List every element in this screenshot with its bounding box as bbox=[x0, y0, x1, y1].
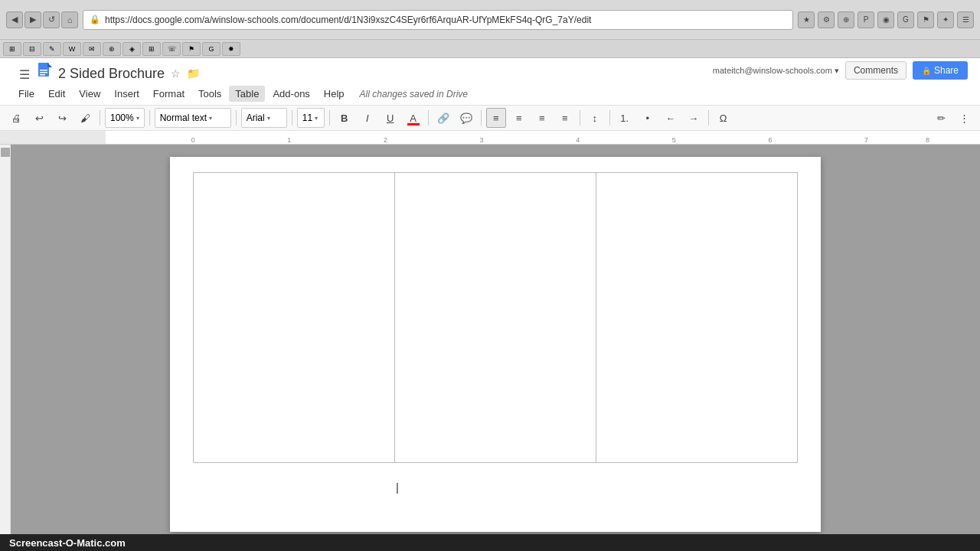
separator-2 bbox=[149, 110, 150, 126]
back-button[interactable]: ◀ bbox=[6, 11, 23, 28]
doc-table[interactable] bbox=[193, 172, 798, 463]
paint-format-button[interactable]: 🖌 bbox=[75, 108, 95, 128]
home-button[interactable]: ⌂ bbox=[61, 11, 78, 28]
edit-mode-button[interactable]: ✏ bbox=[931, 108, 951, 128]
separator-9 bbox=[609, 110, 610, 126]
browser-toolbar-strip: ⊞ ⊟ ✎ W ✉ ⊛ ◈ ⊞ ☏ ⚑ G ✸ bbox=[0, 40, 980, 58]
ruler-mark-4: 4 bbox=[576, 136, 580, 144]
extension-3[interactable]: P bbox=[858, 11, 874, 28]
doc-area[interactable]: | bbox=[11, 145, 980, 534]
ruler-inner: 0 1 2 3 4 5 6 7 8 bbox=[106, 131, 980, 144]
underline-button[interactable]: U bbox=[381, 108, 400, 128]
extension-4[interactable]: ◉ bbox=[877, 11, 894, 28]
browser-actions: ★ ⚙ ⊕ P ◉ G ⚑ ✦ ☰ bbox=[798, 11, 974, 28]
font-caret-icon: ▾ bbox=[267, 115, 270, 122]
numbered-list-button[interactable]: 1. bbox=[615, 108, 635, 128]
zoom-dropdown[interactable]: 100% ▾ bbox=[105, 108, 145, 128]
share-button[interactable]: 🔒 Share bbox=[913, 61, 968, 80]
svg-rect-2 bbox=[40, 70, 47, 71]
reload-button[interactable]: ↺ bbox=[43, 11, 60, 28]
align-left-button[interactable]: ≡ bbox=[486, 108, 506, 128]
ruler-mark-1: 1 bbox=[287, 136, 291, 144]
menu-table[interactable]: Table bbox=[229, 86, 265, 102]
align-right-button[interactable]: ≡ bbox=[532, 108, 552, 128]
menu-insert[interactable]: Insert bbox=[108, 86, 145, 102]
separator-1 bbox=[100, 110, 100, 126]
address-bar[interactable]: 🔒 https://docs.google.com/a/winslow-scho… bbox=[83, 10, 793, 30]
align-justify-button[interactable]: ≡ bbox=[555, 108, 575, 128]
menu-addons[interactable]: Add-ons bbox=[266, 86, 315, 102]
bulleted-list-button[interactable]: • bbox=[638, 108, 658, 128]
menu-view[interactable]: View bbox=[73, 86, 106, 102]
sidebar-toggle[interactable]: ☰ bbox=[12, 67, 37, 82]
link-button[interactable]: 🔗 bbox=[433, 108, 453, 128]
style-dropdown[interactable]: Normal text ▾ bbox=[155, 108, 231, 128]
redo-button[interactable]: ↪ bbox=[52, 108, 72, 128]
comment-button[interactable]: 💬 bbox=[456, 108, 476, 128]
ruler-mark-3: 3 bbox=[480, 136, 484, 144]
undo-button[interactable]: ↩ bbox=[29, 108, 49, 128]
menu-edit[interactable]: Edit bbox=[42, 86, 71, 102]
strip-item-3: ✎ bbox=[43, 42, 61, 56]
menu-help[interactable]: Help bbox=[318, 86, 351, 102]
indent-more-button[interactable]: → bbox=[684, 108, 704, 128]
italic-button[interactable]: I bbox=[358, 108, 377, 128]
ruler: 0 1 2 3 4 5 6 7 8 bbox=[0, 131, 980, 145]
separator-10 bbox=[708, 110, 709, 126]
lock-icon: 🔒 bbox=[922, 67, 931, 75]
indent-less-button[interactable]: ← bbox=[661, 108, 681, 128]
separator-5 bbox=[329, 110, 330, 126]
menu-format[interactable]: Format bbox=[147, 86, 191, 102]
table-cell-1[interactable] bbox=[194, 173, 395, 463]
style-value: Normal text bbox=[160, 112, 207, 123]
secure-icon: 🔒 bbox=[90, 15, 100, 24]
align-center-button[interactable]: ≡ bbox=[509, 108, 529, 128]
extension-7[interactable]: ✦ bbox=[937, 11, 954, 28]
screencast-label: Screencast-O-Matic.com bbox=[9, 537, 126, 549]
strip-item-12: ✸ bbox=[222, 42, 240, 56]
forward-button[interactable]: ▶ bbox=[24, 11, 41, 28]
strip-item-11: G bbox=[202, 42, 220, 56]
browser-chrome: ◀ ▶ ↺ ⌂ 🔒 https://docs.google.com/a/wins… bbox=[0, 0, 980, 40]
print-button[interactable]: 🖨 bbox=[6, 108, 26, 128]
more-button[interactable]: ⋮ bbox=[954, 108, 974, 128]
line-spacing-button[interactable]: ↕ bbox=[585, 108, 605, 128]
url-text: https://docs.google.com/a/winslow-school… bbox=[105, 15, 591, 25]
extension-1[interactable]: ⚙ bbox=[818, 11, 835, 28]
strip-item-9: ☏ bbox=[162, 42, 181, 56]
menu-tools[interactable]: Tools bbox=[192, 86, 227, 102]
menu-file[interactable]: File bbox=[12, 86, 41, 102]
sidebar-icon bbox=[1, 148, 10, 157]
separator-7 bbox=[481, 110, 482, 126]
ruler-mark-2: 2 bbox=[384, 136, 387, 144]
table-cell-2[interactable] bbox=[395, 173, 596, 463]
text-color-label: A bbox=[410, 112, 416, 124]
doc-header: ☰ 2 Sided Brochure ☆ 📁 mateitch@winslo bbox=[0, 58, 980, 106]
text-color-button[interactable]: A bbox=[403, 108, 423, 128]
extension-6[interactable]: ⚑ bbox=[917, 11, 934, 28]
font-dropdown[interactable]: Arial ▾ bbox=[241, 108, 287, 128]
strip-item-8: ⊞ bbox=[142, 42, 161, 56]
ruler-mark-0: 0 bbox=[191, 136, 195, 144]
star-button[interactable]: ★ bbox=[798, 11, 815, 28]
size-caret-icon: ▾ bbox=[315, 115, 318, 122]
table-cell-3[interactable] bbox=[596, 173, 798, 463]
extension-2[interactable]: ⊕ bbox=[838, 11, 854, 28]
star-icon[interactable]: ☆ bbox=[171, 67, 181, 80]
extension-5[interactable]: G bbox=[897, 11, 914, 28]
save-status: All changes saved in Drive bbox=[360, 89, 468, 99]
formula-button[interactable]: Ω bbox=[714, 108, 733, 128]
bottom-bar: Screencast-O-Matic.com bbox=[0, 534, 980, 551]
bold-button[interactable]: B bbox=[335, 108, 354, 128]
svg-rect-3 bbox=[40, 72, 47, 73]
strip-item-6: ⊛ bbox=[103, 42, 121, 56]
cursor-indicator: | bbox=[396, 481, 399, 494]
size-dropdown[interactable]: 11 ▾ bbox=[297, 108, 325, 128]
svg-rect-4 bbox=[40, 74, 45, 76]
comments-button[interactable]: Comments bbox=[845, 61, 906, 80]
strip-item-5: ✉ bbox=[83, 42, 101, 56]
size-value: 11 bbox=[302, 112, 312, 123]
folder-icon[interactable]: 📁 bbox=[187, 67, 200, 80]
extension-8[interactable]: ☰ bbox=[957, 11, 974, 28]
svg-marker-1 bbox=[47, 63, 52, 67]
